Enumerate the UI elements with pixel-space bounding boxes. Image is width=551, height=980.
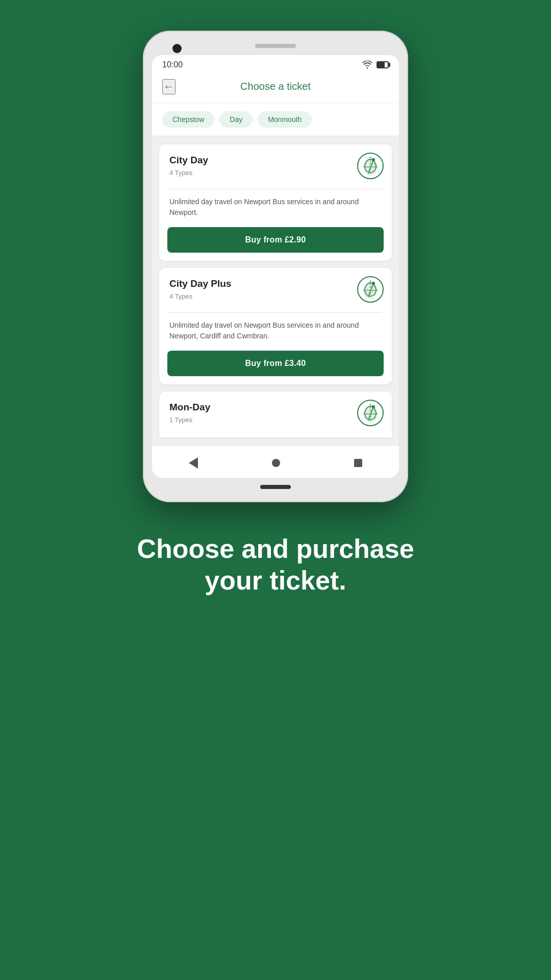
promo-line1: Choose and purchase (137, 534, 414, 564)
ticket-card-footer-2: Buy from £3.40 (159, 351, 392, 384)
phone-top-bar (152, 40, 399, 55)
ticket-card-footer-1: Buy from £2.90 (159, 227, 392, 261)
nav-back-button[interactable] (179, 453, 208, 473)
promo-line2: your ticket. (205, 566, 346, 595)
ticket-card-city-day-plus: City Day Plus 4 Types Unlimited day trav… (159, 268, 392, 384)
ticket-card-mon-day: Mon-Day 1 Types (159, 391, 392, 437)
camera-icon (172, 44, 182, 53)
ticket-list: City Day 4 Types Unlimited day travel on… (152, 136, 399, 446)
ticket-card-body: City Day 4 Types Unlimited day travel on… (159, 144, 392, 227)
svg-point-3 (372, 282, 375, 285)
chip-day[interactable]: Day (219, 111, 253, 128)
back-nav-icon (189, 457, 198, 469)
bottom-nav (152, 446, 399, 478)
ticket-description-2: Unlimited day travel on Newport Bus serv… (169, 320, 382, 341)
chip-monmouth[interactable]: Monmouth (258, 111, 312, 128)
battery-icon (377, 61, 389, 68)
ticket-name-1: City Day (169, 155, 382, 166)
filter-chips-container: Chepstow Day Monmouth (152, 103, 399, 136)
ticket-card-city-day: City Day 4 Types Unlimited day travel on… (159, 144, 392, 261)
buy-button-2[interactable]: Buy from £3.40 (167, 351, 384, 376)
ticket-types-1: 4 Types (169, 169, 382, 177)
ticket-name-2: City Day Plus (169, 278, 382, 289)
nav-home-button[interactable] (262, 455, 290, 471)
ticket-name-3: Mon-Day (169, 402, 382, 413)
speaker (255, 44, 296, 48)
newport-bus-logo-2 (357, 276, 384, 303)
newport-bus-logo-3 (357, 400, 384, 426)
svg-point-5 (372, 405, 375, 408)
back-button[interactable]: ← (162, 79, 176, 94)
status-icons (362, 61, 389, 69)
ticket-divider-1 (169, 189, 382, 189)
app-header: ← Choose a ticket (152, 72, 399, 103)
newport-bus-logo (357, 153, 384, 179)
ticket-card-body-3: Mon-Day 1 Types (159, 391, 392, 437)
recents-nav-icon (354, 459, 362, 467)
ticket-types-3: 1 Types (169, 416, 382, 424)
promo-text: Choose and purchase your ticket. (96, 533, 455, 597)
phone-frame: 10:00 ← Choose a ticket Che (143, 31, 408, 502)
status-time: 10:00 (162, 60, 183, 69)
wifi-icon (362, 61, 372, 69)
ticket-card-body-2: City Day Plus 4 Types Unlimited day trav… (159, 268, 392, 351)
home-nav-icon (272, 459, 280, 467)
svg-point-1 (372, 158, 375, 161)
phone-bottom-bar (152, 478, 399, 493)
phone-home-indicator (260, 485, 291, 489)
phone-screen: 10:00 ← Choose a ticket Che (152, 55, 399, 478)
nav-recents-button[interactable] (344, 455, 372, 471)
page-title: Choose a ticket (240, 81, 311, 92)
ticket-divider-2 (169, 312, 382, 313)
buy-button-1[interactable]: Buy from £2.90 (167, 227, 384, 253)
chip-chepstow[interactable]: Chepstow (162, 111, 214, 128)
ticket-types-2: 4 Types (169, 292, 382, 300)
status-bar: 10:00 (152, 55, 399, 72)
ticket-description-1: Unlimited day travel on Newport Bus serv… (169, 197, 382, 218)
